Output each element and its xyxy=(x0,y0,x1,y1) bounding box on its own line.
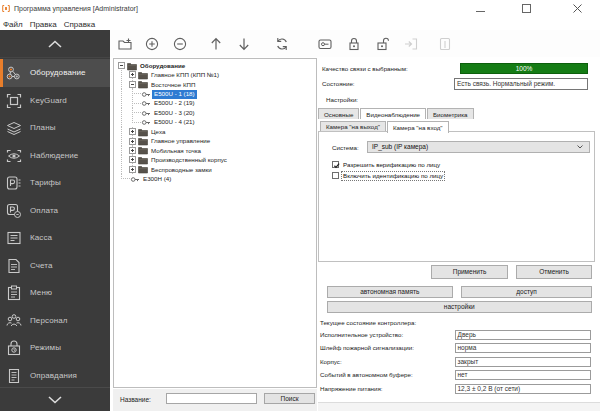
apply-button[interactable]: Применить xyxy=(431,265,508,279)
add-folder-icon[interactable] xyxy=(118,37,132,51)
tree-expand-toggle[interactable] xyxy=(127,80,138,89)
tree-expand-toggle[interactable] xyxy=(127,137,138,146)
tree-expand-toggle[interactable] xyxy=(127,165,138,174)
camera-tab-1[interactable]: Камера "на вход" xyxy=(387,121,449,133)
tree-node-label[interactable]: Оборудование xyxy=(138,61,187,70)
expand-plus-icon[interactable] xyxy=(129,138,136,145)
personnel-icon xyxy=(6,313,22,329)
add-icon[interactable] xyxy=(145,37,159,51)
tree-node-label[interactable]: Мобильная точка xyxy=(149,146,203,155)
checkbox-label[interactable]: Разрешить верификацию по лицу xyxy=(342,160,441,168)
tree-node-label[interactable]: Беспроводные замки xyxy=(149,165,214,174)
collapse-minus-icon[interactable] xyxy=(118,62,125,69)
access-button[interactable]: доступ xyxy=(461,286,592,299)
checkbox-label[interactable]: Включить идентификацию по лицу xyxy=(342,172,444,180)
sidebar-item-6[interactable]: Касса xyxy=(0,224,110,252)
tree-node-label[interactable]: Главное управление xyxy=(149,137,212,146)
menu-item-1[interactable]: Правка xyxy=(30,20,57,29)
sidebar-item-0[interactable]: Оборудование xyxy=(0,59,110,87)
expand-plus-icon[interactable] xyxy=(129,147,136,154)
sidebar-item-7[interactable]: Счета xyxy=(0,252,110,280)
tree-row-0[interactable]: Оборудование xyxy=(116,61,315,70)
tab-1[interactable]: Видеонаблюдение xyxy=(360,108,426,119)
tree-row-11[interactable]: Беспроводные замки xyxy=(116,165,315,174)
lock-closed-icon[interactable] xyxy=(347,37,361,51)
tree-row-7[interactable]: Цеха xyxy=(116,127,315,136)
tree-node-label[interactable]: E500U - 2 (19) xyxy=(152,99,197,108)
equipment-tree: ОборудованиеГлавное КПП (КПП №1)Восточно… xyxy=(116,61,315,184)
tree-node-label[interactable]: Главное КПП (КПП №1) xyxy=(149,71,221,80)
tree-row-6[interactable]: E500U - 4 (21) xyxy=(116,118,315,127)
close-button[interactable] xyxy=(562,0,592,17)
tree-expand-toggle[interactable] xyxy=(116,61,127,70)
tree-node-label[interactable]: Восточное КПП xyxy=(149,80,197,89)
app-icon xyxy=(2,4,10,13)
checkbox-row-0[interactable]: Разрешить верификацию по лицу xyxy=(332,160,441,168)
checkbox-unchecked-icon[interactable] xyxy=(332,172,339,179)
checkbox-checked-icon[interactable] xyxy=(332,161,339,168)
remove-icon[interactable] xyxy=(173,37,187,51)
cancel-button[interactable]: Отменить xyxy=(516,265,592,279)
expand-plus-icon[interactable] xyxy=(129,156,136,163)
sidebar-item-10[interactable]: Режимы xyxy=(0,334,110,362)
sidebar-scroll-up[interactable] xyxy=(0,30,110,58)
checkbox-row-1[interactable]: Включить идентификацию по лицу xyxy=(332,172,444,180)
tree-node-label[interactable]: Производственный корпус xyxy=(149,156,229,165)
system-combobox[interactable]: IP_sub (IP камера) xyxy=(367,141,590,153)
search-input[interactable] xyxy=(166,393,257,405)
autonomous-memory-button[interactable]: автономная память xyxy=(327,286,454,299)
sidebar-item-1[interactable]: KeyGuard xyxy=(0,87,110,115)
tree-expand-toggle[interactable] xyxy=(127,155,138,164)
tree-node-label[interactable]: E500U - 4 (21) xyxy=(152,118,197,127)
sidebar-item-11[interactable]: Оправдания xyxy=(0,362,110,390)
folder-icon xyxy=(138,70,149,79)
tree-node-label[interactable]: E300H (4) xyxy=(141,174,173,183)
tree-expand-toggle[interactable] xyxy=(127,70,138,79)
minimize-button[interactable] xyxy=(465,0,495,17)
menu-item-0[interactable]: Файл xyxy=(3,20,23,29)
tree-row-12[interactable]: E300H (4) xyxy=(116,174,315,183)
tree-elbow xyxy=(127,108,141,117)
camera-tab-page: Система: IP_sub (IP камера) Разрешить ве… xyxy=(318,131,595,262)
sidebar-item-label: Оправдания xyxy=(30,371,77,380)
move-down-icon[interactable] xyxy=(237,37,251,51)
tree-row-8[interactable]: Главное управление xyxy=(116,137,315,146)
tab-2[interactable]: Биометрика xyxy=(427,108,473,119)
tree-row-1[interactable]: Главное КПП (КПП №1) xyxy=(116,70,315,79)
menu-item-2[interactable]: Справка xyxy=(64,20,95,29)
keyguard-icon xyxy=(6,93,22,109)
tree-row-2[interactable]: Восточное КПП xyxy=(116,80,315,89)
sidebar-item-3[interactable]: Наблюдение xyxy=(0,142,110,170)
camera-tab-0[interactable]: Камера "на выход" xyxy=(320,121,386,132)
sidebar-item-2[interactable]: Планы xyxy=(0,114,110,142)
refresh-icon[interactable] xyxy=(275,37,289,51)
tree-node-label[interactable]: E500U - 3 (20) xyxy=(152,108,197,117)
search-button[interactable]: Поиск xyxy=(264,393,315,405)
sidebar-item-5[interactable]: Оплата xyxy=(0,197,110,225)
tree-node-label[interactable]: E500U - 1 (18) xyxy=(152,90,197,99)
tree-row-4[interactable]: E500U - 2 (19) xyxy=(116,99,315,108)
settings-button[interactable]: настройки xyxy=(327,301,593,313)
move-up-icon[interactable] xyxy=(209,37,223,51)
tree-row-9[interactable]: Мобильная точка xyxy=(116,146,315,155)
sidebar-item-8[interactable]: Меню xyxy=(0,279,110,307)
lock-open-icon[interactable] xyxy=(375,37,389,51)
collapse-minus-icon[interactable] xyxy=(129,81,136,88)
tree-expand-toggle[interactable] xyxy=(127,146,138,155)
maximize-button[interactable] xyxy=(511,0,541,17)
expand-plus-icon[interactable] xyxy=(129,71,136,78)
card-key-icon[interactable] xyxy=(318,37,332,51)
tree-expand-toggle[interactable] xyxy=(127,127,138,136)
tree-row-5[interactable]: E500U - 3 (20) xyxy=(116,108,315,117)
tree-row-10[interactable]: Производственный корпус xyxy=(116,155,315,164)
tree-node-label[interactable]: Цеха xyxy=(149,127,167,136)
tree-row-3[interactable]: E500U - 1 (18) xyxy=(116,89,315,98)
sidebar-item-9[interactable]: Персонал xyxy=(0,307,110,335)
expand-plus-icon[interactable] xyxy=(129,166,136,173)
sidebar-item-4[interactable]: Тарифы xyxy=(0,169,110,197)
justifications-icon xyxy=(6,368,22,384)
sidebar-scroll-down[interactable] xyxy=(0,387,110,411)
expand-plus-icon[interactable] xyxy=(129,128,136,135)
tab-0[interactable]: Основные xyxy=(318,108,359,119)
sidebar-item-label: KeyGuard xyxy=(30,96,67,105)
